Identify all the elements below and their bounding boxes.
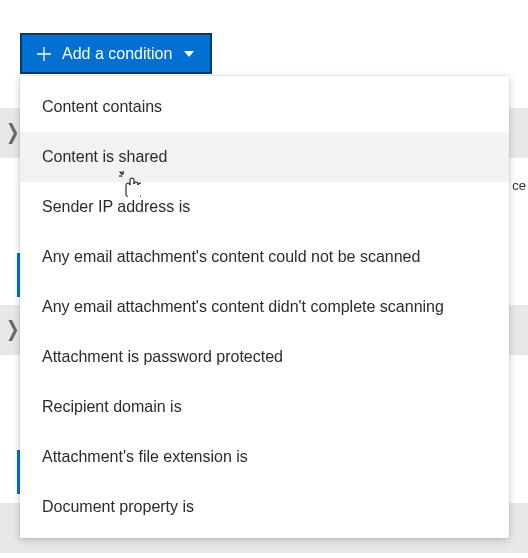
condition-option[interactable]: Content is shared <box>20 132 509 182</box>
condition-option[interactable]: Attachment is password protected <box>20 332 509 382</box>
chevron-right-icon: ❯ <box>6 119 19 144</box>
condition-option[interactable]: Sender IP address is <box>20 182 509 232</box>
condition-option[interactable]: Document property is <box>20 482 509 532</box>
condition-option-label: Content contains <box>42 98 162 116</box>
condition-option[interactable]: Content contains <box>20 82 509 132</box>
condition-option-label: Any email attachment's content could not… <box>42 248 420 266</box>
condition-option-label: Any email attachment's content didn't co… <box>42 298 444 316</box>
condition-option-label: Content is shared <box>42 148 167 166</box>
plus-icon <box>36 46 52 62</box>
chevron-right-icon: ❯ <box>6 316 19 341</box>
condition-option-label: Attachment is password protected <box>42 348 283 366</box>
condition-option-label: Sender IP address is <box>42 198 190 216</box>
condition-option[interactable]: Any email attachment's content didn't co… <box>20 282 509 332</box>
condition-option[interactable]: Attachment's file extension is <box>20 432 509 482</box>
add-condition-button[interactable]: Add a condition <box>20 33 212 74</box>
add-condition-label: Add a condition <box>62 45 172 63</box>
background-text-fragment: ce <box>512 178 526 193</box>
caret-down-icon <box>184 51 194 57</box>
condition-option[interactable]: Any email attachment's content could not… <box>20 232 509 282</box>
condition-option-label: Document property is <box>42 498 194 516</box>
condition-dropdown: Content containsContent is sharedSender … <box>20 76 509 538</box>
condition-option-label: Recipient domain is <box>42 398 182 416</box>
condition-option[interactable]: Recipient domain is <box>20 382 509 432</box>
condition-option-label: Attachment's file extension is <box>42 448 248 466</box>
